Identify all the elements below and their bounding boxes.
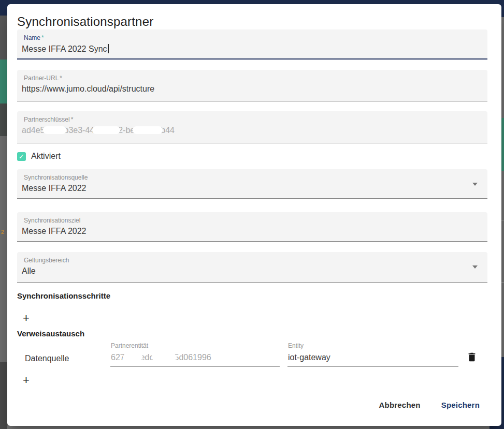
sync-source-label: Synchronisationsquelle (24, 174, 88, 181)
dialog-actions: Abbrechen Speichern (378, 398, 481, 411)
redaction-blob (123, 353, 142, 361)
partner-url-label: Partner-URL* (24, 75, 62, 82)
partner-url-value: https://www.jumo.cloud/api/structure (22, 84, 154, 94)
backdrop-left-lower-strip (0, 362, 7, 429)
entity-field[interactable]: Entity iot-gateway (287, 338, 458, 367)
redaction-blob (43, 126, 66, 134)
name-field[interactable]: Name* Messe IFFA 2022 Sync (17, 29, 487, 60)
scope-select[interactable]: Geltungsbereich Alle (17, 252, 487, 283)
checkmark-icon: ✓ (19, 153, 24, 160)
chevron-down-icon (472, 265, 478, 269)
sync-source-value: Messe IFFA 2022 (22, 184, 87, 193)
required-asterisk: * (41, 34, 44, 41)
save-button[interactable]: Speichern (440, 398, 481, 411)
partner-entity-label: Partnerentität (111, 342, 148, 349)
backdrop-page-number: 2 (1, 229, 4, 235)
backdrop-bottom-strip (7, 426, 489, 429)
required-asterisk: * (60, 75, 62, 82)
aktiviert-checkbox[interactable]: ✓ (17, 152, 26, 161)
backdrop-teal-block-left (0, 60, 7, 103)
name-label: Name* (24, 34, 44, 41)
sync-partner-dialog: Synchronisationspartner Name* Messe IFFA… (7, 4, 501, 426)
required-asterisk: * (71, 116, 74, 123)
sync-target-value: Messe IFFA 2022 (22, 227, 87, 236)
sync-steps-heading: Synchronisationsschritte (17, 291, 110, 300)
redaction-blob (92, 126, 120, 134)
reference-exchange-heading: Verweisaustausch (17, 329, 84, 338)
backdrop-left-strip (0, 16, 7, 60)
add-sync-step-button[interactable]: + (23, 312, 38, 325)
backdrop-dark-block-left (0, 103, 7, 136)
text-cursor (108, 44, 109, 53)
scope-label: Geltungsbereich (24, 257, 69, 264)
name-value: Messe IFFA 2022 Sync (22, 44, 109, 54)
entity-value: iot-gateway (288, 353, 330, 362)
delete-row-button[interactable] (465, 350, 479, 364)
partner-key-field[interactable]: Partnerschlüssel* ad4e5b3e3-442-beb44 (17, 111, 487, 143)
aktiviert-label: Aktiviert (31, 152, 61, 161)
cancel-button[interactable]: Abbrechen (378, 398, 422, 411)
entity-label: Entity (288, 342, 304, 349)
sync-source-select[interactable]: Synchronisationsquelle Messe IFFA 2022 (17, 169, 487, 199)
partner-entity-value: 627edc5d061996 (111, 353, 211, 362)
sync-target-field[interactable]: Synchronisationsziel Messe IFFA 2022 (17, 212, 487, 242)
redaction-blob (133, 126, 163, 134)
partner-key-value: ad4e5b3e3-442-beb44 (22, 126, 175, 135)
partner-key-label: Partnerschlüssel* (24, 116, 73, 123)
redaction-blob (152, 353, 177, 361)
aktiviert-checkbox-row: ✓ Aktiviert (17, 151, 61, 162)
scope-value: Alle (22, 267, 36, 276)
trash-icon (466, 351, 478, 363)
add-reference-exchange-button[interactable]: + (23, 374, 38, 387)
partner-entity-field[interactable]: Partnerentität 627edc5d061996 (110, 338, 280, 367)
sync-target-label: Synchronisationsziel (24, 217, 80, 224)
reference-type-label: Datenquelle (25, 354, 69, 363)
chevron-down-icon (472, 183, 478, 186)
partner-url-field[interactable]: Partner-URL* https://www.jumo.cloud/api/… (17, 70, 487, 101)
dialog-title: Synchronisationspartner (17, 14, 153, 29)
